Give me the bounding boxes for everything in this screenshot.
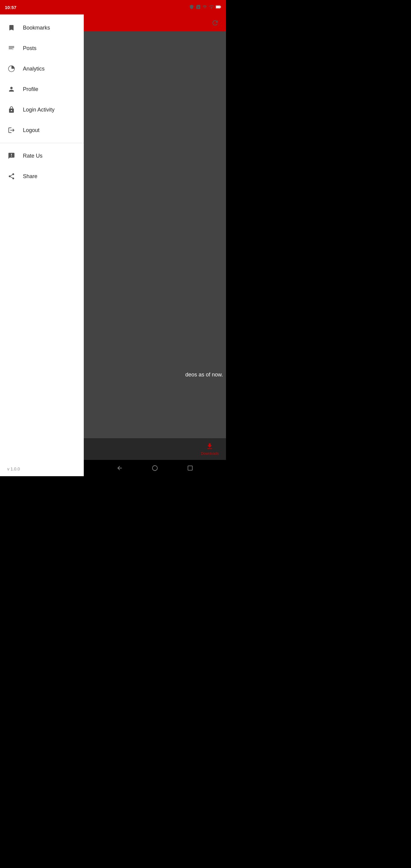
svg-rect-1 — [220, 6, 221, 7]
posts-label: Posts — [23, 45, 36, 52]
login-activity-label: Login Activity — [23, 107, 55, 113]
menu-item-rate-us[interactable]: Rate Us — [0, 146, 84, 166]
nav-item-downloads[interactable]: Downloads — [201, 442, 219, 456]
wifi-icon — [202, 4, 207, 10]
content-topbar — [84, 14, 226, 31]
drawer-menu: Bookmarks Posts Analytics — [0, 14, 84, 462]
status-time: 10:57 — [5, 5, 16, 10]
menu-item-logout[interactable]: Logout — [0, 120, 84, 141]
lock-icon — [7, 105, 16, 114]
svg-rect-2 — [216, 6, 220, 8]
content-body: deos as of now. — [84, 31, 226, 438]
menu-item-posts[interactable]: Posts — [0, 38, 84, 59]
content-area: deos as of now. Downloads — [84, 14, 226, 476]
back-button[interactable] — [115, 464, 124, 472]
status-bar: 10:57 — [0, 0, 226, 14]
status-icons — [189, 4, 221, 10]
recents-button[interactable] — [186, 464, 195, 472]
rate-us-label: Rate Us — [23, 153, 42, 159]
refresh-button[interactable] — [209, 17, 221, 29]
menu-item-analytics[interactable]: Analytics — [0, 59, 84, 79]
menu-item-profile[interactable]: Profile — [0, 79, 84, 99]
main-container: Bookmarks Posts Analytics — [0, 14, 226, 476]
profile-label: Profile — [23, 86, 38, 93]
shield-icon — [189, 4, 194, 10]
battery-icon — [216, 5, 221, 10]
rate-icon — [7, 152, 16, 160]
drawer: Bookmarks Posts Analytics — [0, 14, 84, 476]
svg-point-4 — [153, 466, 158, 471]
share-icon — [7, 172, 16, 181]
analytics-label: Analytics — [23, 66, 44, 72]
content-message: deos as of now. — [84, 372, 226, 378]
logout-label: Logout — [23, 127, 39, 133]
sim-icon — [196, 4, 201, 10]
menu-item-login-activity[interactable]: Login Activity — [0, 99, 84, 120]
bookmark-icon — [7, 24, 16, 32]
drawer-version: v 1.0.0 — [0, 462, 84, 476]
android-nav-bar — [84, 460, 226, 476]
share-label: Share — [23, 173, 37, 180]
svg-rect-5 — [188, 466, 193, 470]
profile-icon — [7, 85, 16, 93]
bottom-nav: Downloads — [84, 438, 226, 460]
bookmarks-label: Bookmarks — [23, 25, 50, 31]
logout-icon — [7, 126, 16, 134]
signal-icon — [209, 4, 214, 10]
menu-item-bookmarks[interactable]: Bookmarks — [0, 18, 84, 38]
menu-divider — [0, 143, 84, 143]
home-button[interactable] — [150, 464, 159, 472]
posts-icon — [7, 44, 16, 53]
menu-item-share[interactable]: Share — [0, 166, 84, 187]
downloads-nav-label: Downloads — [201, 452, 219, 456]
analytics-icon — [7, 64, 16, 73]
